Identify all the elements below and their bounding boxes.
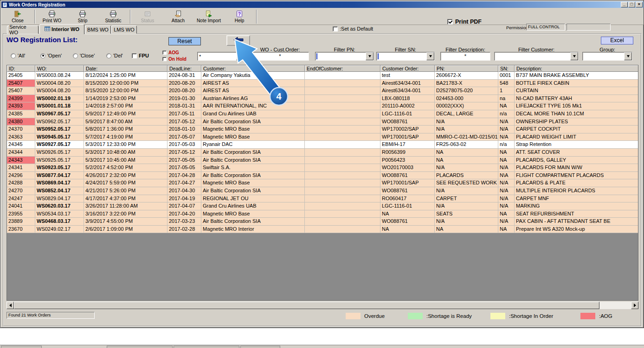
cell-date: 8/12/2024 1:25:00 PM [84,72,167,80]
dropdown-arrow-icon[interactable] [570,52,578,60]
cell-date: 4/26/2017 2:32:00 PM [84,172,167,180]
radio-button-icon [11,53,16,58]
column-header[interactable]: EndOfCustomer: [305,65,380,72]
radio-del[interactable]: 'Del' [106,53,123,58]
status-filter-dropdown[interactable]: * [197,52,245,61]
print-pdf-checkbox[interactable]: Print PDF [447,19,482,25]
group-dropdown[interactable] [582,52,632,61]
cell-date: 5/3/2017 12:33:00 PM [84,141,167,149]
table-row[interactable]: 24385WS0967.05.175/9/2017 12:49:00 PM201… [7,110,638,118]
table-row[interactable]: 23955WS0534.03.173/16/2017 3:22:00 PM201… [7,210,638,218]
table-row[interactable]: 24393WS0001.01.181/4/2018 2:57:00 PM2018… [7,102,638,110]
table-row[interactable]: 24370WS0952.05.175/8/2017 1:36:00 PM2018… [7,126,638,133]
statistic-button[interactable]: Statistic [98,9,129,25]
printer-icon [109,10,117,18]
table-row[interactable]: 24363WS0945.05.175/7/2017 4:19:00 PM2017… [7,133,638,141]
table-row[interactable]: 24296WS0877.04.174/26/2017 2:32:00 PM201… [7,172,638,180]
radio-all[interactable]: 'All' [11,53,25,58]
horizontal-scrollbar[interactable] [6,302,638,309]
filter-sn-dropdown[interactable] [376,52,435,61]
dropdown-arrow-icon[interactable] [426,52,434,60]
table-row[interactable]: 24380WS0962.05.175/9/2017 8:47:00 AM2017… [7,118,638,126]
tab-service-wo[interactable]: Service WO [7,25,39,34]
table-row[interactable]: 24341WS0923.05.175/2/2017 4:52:00 PM2017… [7,164,638,172]
maximize-button[interactable]: □ [628,2,635,7]
scroll-left-button[interactable] [6,302,14,309]
table-row[interactable]: 25407WS0004.08.208/15/2020 12:00:00 PM20… [7,80,638,88]
dropdown-arrow-icon[interactable] [624,52,632,60]
table-row[interactable]: 24288WS0869.04.174/24/2017 5:59:00 PM201… [7,179,638,187]
column-header[interactable]: ID: [7,65,35,72]
cell-customer-order: LGC-1116-01 [380,110,435,118]
close-button[interactable]: Close [2,9,33,25]
cell-id: 24363 [7,133,35,141]
tab-bms-wo[interactable]: BMS WO [85,25,111,34]
table-row[interactable]: 24343WS0925.05.175/3/2017 10:45:00 AM201… [7,157,638,165]
strip-button[interactable]: Strip [67,9,98,25]
scrollbar-thumb[interactable] [14,302,599,309]
cell-sn: N/A [498,126,515,133]
dropdown-arrow-icon[interactable] [366,52,374,60]
filter-description-input[interactable]: * [440,52,490,61]
cell-id: 24270 [7,187,35,195]
toolbar: ClosePrint WOStripStatisticStatusAttachN… [1,8,644,25]
table-row[interactable]: 25407WS0004.08.208/15/2020 12:00:00 PM20… [7,87,638,95]
tab-interior-wo[interactable]: Interior WO [39,24,84,34]
wo-cust-order-input[interactable]: * [251,52,309,61]
legend-swatch-shortage-ready [408,313,423,319]
on-hold-checkbox[interactable]: On Hold [162,57,187,62]
tab-lms-wo[interactable]: LMS WO [111,25,137,34]
cell-sn: NA [498,149,515,157]
set-as-default-checkbox[interactable]: :Set as Default [333,26,373,32]
table-row[interactable]: 24270WS0852.04.174/21/2017 5:26:00 PM201… [7,187,638,195]
cell-customer-order: P0056423 [380,157,435,165]
aog-checkbox[interactable]: AOG [162,50,179,55]
legend-item-overdue: Overdue [346,313,385,319]
cell-description: ATT. SEAT COVER [515,149,638,157]
radio-close[interactable]: 'Close' [73,53,95,58]
cell-id: 24385 [7,110,35,118]
radio-open[interactable]: 'Open' [40,53,62,58]
cell-description: PLACARD WEIGHT LIMIT [515,133,638,141]
cell-description: PLACARDS FOR MAIN W/W [515,164,638,172]
table-row[interactable]: 24344WS0926.05.175/3/2017 10:48:00 AM201… [7,149,638,157]
dropdown-arrow-icon[interactable] [236,52,244,60]
column-header[interactable]: Customer: [201,65,305,72]
cell-pn: D25278075-020 [435,87,498,95]
column-header[interactable]: Description: [515,65,638,72]
cell-customer: Air Baltic Corporation SIA [201,118,305,126]
excel-button[interactable]: Excel [601,37,633,44]
table-row[interactable]: 23670WS0249.02.172/6/2017 1:09:00 PM2017… [7,226,638,234]
reset-button[interactable]: Reset [168,37,201,45]
window-title: Work Orders Registration [9,2,619,7]
fpu-checkbox[interactable]: FPU [132,53,149,58]
column-header[interactable]: Date: [84,65,167,72]
table-row[interactable]: 24345WS0927.05.175/3/2017 12:33:00 PM201… [7,141,638,149]
attach-button[interactable]: Attach [163,9,193,25]
help-button[interactable]: ?Help [224,9,255,25]
column-header[interactable]: PN: [435,65,498,72]
filter-customer-dropdown[interactable] [494,52,579,61]
back-button[interactable] [226,35,250,46]
taskbar-button [1,346,42,348]
help-icon: ? [236,10,243,18]
column-header[interactable]: SN: [498,65,515,72]
scroll-right-button[interactable] [631,302,638,309]
print-wo-button[interactable]: Print WO [37,9,67,25]
column-header[interactable]: WO: [35,65,84,72]
cell-sn: N/A [498,179,515,187]
cell-end-of-customer [305,118,380,126]
filter-pn-dropdown[interactable] [315,52,374,61]
table-row[interactable]: 24041WS0620.03.173/26/2017 11:28:00 AM20… [7,202,638,210]
table-row[interactable]: 24399WS0002.01.191/14/2019 2:53:00 PM201… [7,95,638,103]
close-button[interactable]: × [636,2,643,7]
table-row[interactable]: 25405WS0003.08.248/12/2024 1:25:00 PM202… [7,72,638,80]
column-header[interactable]: DeadLine: [167,65,201,72]
minimize-button[interactable]: _ [621,2,628,7]
table-row[interactable]: 23889WS0468.03.173/9/2017 4:55:00 PM2017… [7,218,638,226]
status-bar: Found 21 Work Orders [6,312,95,319]
cell-wo: WS0001.01.18 [35,102,84,110]
table-row[interactable]: 24247WS0829.04.174/17/2017 4:37:00 PM201… [7,195,638,203]
note-import-button[interactable]: Note Import [193,9,224,25]
column-header[interactable]: Customer Order: [380,65,435,72]
